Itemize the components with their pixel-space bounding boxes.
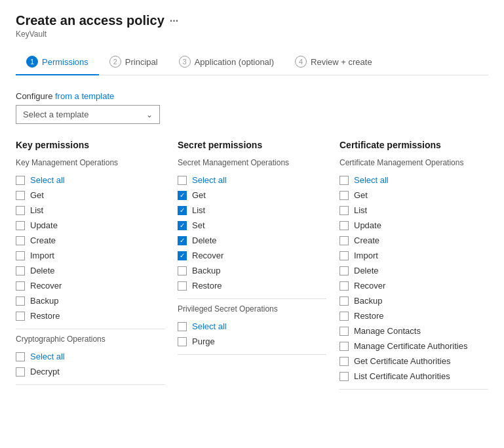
key-import-label[interactable]: Import <box>30 251 54 260</box>
checkbox-key-list[interactable] <box>16 206 25 215</box>
tab-step-4: 4 <box>295 56 307 68</box>
tab-principal-label: Principal <box>125 57 158 67</box>
key-delete-label[interactable]: Delete <box>30 266 55 275</box>
checkbox-secret-backup[interactable] <box>178 266 187 275</box>
cert-mgmt-section-title: Certificate Management Operations <box>339 158 488 167</box>
priv-select-all-label[interactable]: Select all <box>192 321 227 331</box>
checkbox-key-select-all[interactable] <box>16 176 25 185</box>
checkbox-crypto-select-all[interactable] <box>16 352 25 361</box>
list-item: Purge <box>178 334 326 349</box>
checkbox-cert-restore[interactable] <box>339 312 349 321</box>
list-item: Get <box>339 188 488 203</box>
secret-recover-label[interactable]: Recover <box>192 251 223 260</box>
checkbox-cert-manage-ca[interactable] <box>339 342 349 351</box>
checkbox-cert-import[interactable] <box>339 251 349 260</box>
priv-purge-label[interactable]: Purge <box>192 336 215 346</box>
secret-select-all-label[interactable]: Select all <box>192 175 227 185</box>
checkbox-key-backup[interactable] <box>16 296 25 306</box>
cert-backup-label[interactable]: Backup <box>354 296 382 306</box>
wizard-tabs: 1 Permissions 2 Principal 3 Application … <box>16 49 488 75</box>
page-title-row: Create an access policy ··· <box>16 13 488 28</box>
key-update-label[interactable]: Update <box>30 220 58 230</box>
chevron-down-icon: ⌄ <box>146 110 153 119</box>
cert-manage-contacts-label[interactable]: Manage Contacts <box>354 326 421 336</box>
checkbox-secret-list[interactable] <box>178 206 187 215</box>
checkbox-cert-get[interactable] <box>339 191 349 200</box>
checkbox-cert-recover[interactable] <box>339 281 349 291</box>
key-select-all-label[interactable]: Select all <box>30 175 65 185</box>
tab-application-label: Application (optional) <box>195 57 274 67</box>
key-restore-label[interactable]: Restore <box>30 311 60 321</box>
checkbox-key-update[interactable] <box>16 221 25 230</box>
list-item: Manage Certificate Authorities <box>339 338 488 354</box>
crypto-select-all-label[interactable]: Select all <box>30 352 65 361</box>
checkbox-key-get[interactable] <box>16 191 25 200</box>
list-item: Decrypt <box>16 364 165 379</box>
checkbox-secret-delete[interactable] <box>178 236 187 245</box>
key-create-label[interactable]: Create <box>30 235 56 245</box>
checkbox-cert-manage-contacts[interactable] <box>339 327 349 336</box>
cert-restore-label[interactable]: Restore <box>354 311 384 321</box>
key-crypto-list: Select all Decrypt <box>16 349 165 385</box>
key-recover-label[interactable]: Recover <box>30 281 62 291</box>
tab-review[interactable]: 4 Review + create <box>284 49 383 75</box>
checkbox-cert-list-ca[interactable] <box>339 372 349 381</box>
tab-application[interactable]: 3 Application (optional) <box>168 49 284 75</box>
cert-recover-label[interactable]: Recover <box>354 281 385 291</box>
cert-update-label[interactable]: Update <box>354 220 381 230</box>
secret-backup-label[interactable]: Backup <box>192 266 220 275</box>
checkbox-cert-get-ca[interactable] <box>339 357 349 366</box>
checkbox-key-import[interactable] <box>16 251 25 260</box>
page-title-ellipsis[interactable]: ··· <box>170 15 178 27</box>
key-get-label[interactable]: Get <box>30 190 44 200</box>
cert-list-ca-label[interactable]: List Certificate Authorities <box>354 371 450 381</box>
key-backup-label[interactable]: Backup <box>30 296 58 306</box>
secret-list-label[interactable]: List <box>192 205 205 215</box>
secret-permissions-column: Secret permissions Secret Management Ope… <box>178 140 326 395</box>
checkbox-secret-restore[interactable] <box>178 281 187 291</box>
checkbox-cert-create[interactable] <box>339 236 349 245</box>
tab-principal[interactable]: 2 Principal <box>99 49 168 75</box>
cert-manage-ca-label[interactable]: Manage Certificate Authorities <box>354 341 467 351</box>
checkbox-cert-select-all[interactable] <box>339 176 349 185</box>
cert-create-label[interactable]: Create <box>354 235 379 245</box>
secret-delete-label[interactable]: Delete <box>192 235 217 245</box>
checkbox-priv-purge[interactable] <box>178 337 187 346</box>
secret-set-label[interactable]: Set <box>192 220 205 230</box>
list-item: Backup <box>178 263 326 278</box>
cert-import-label[interactable]: Import <box>354 251 378 260</box>
cert-get-label[interactable]: Get <box>354 190 368 200</box>
secret-get-label[interactable]: Get <box>192 190 206 200</box>
list-item: Manage Contacts <box>339 323 488 338</box>
certificate-permissions-column: Certificate permissions Certificate Mana… <box>339 140 488 395</box>
template-dropdown[interactable]: Select a template ⌄ <box>16 105 160 124</box>
checkbox-key-delete[interactable] <box>16 266 25 275</box>
secret-restore-label[interactable]: Restore <box>192 281 222 291</box>
checkbox-cert-update[interactable] <box>339 221 349 230</box>
checkbox-cert-list[interactable] <box>339 206 349 215</box>
key-list-label[interactable]: List <box>30 205 43 215</box>
cert-get-ca-label[interactable]: Get Certificate Authorities <box>354 356 450 366</box>
cert-delete-label[interactable]: Delete <box>354 266 379 275</box>
checkbox-cert-backup[interactable] <box>339 296 349 306</box>
tab-permissions[interactable]: 1 Permissions <box>16 49 99 75</box>
list-item: Import <box>339 248 488 263</box>
checkbox-crypto-decrypt[interactable] <box>16 367 25 377</box>
checkbox-key-restore[interactable] <box>16 312 25 321</box>
checkbox-secret-get[interactable] <box>178 191 187 200</box>
list-item: List <box>16 203 165 218</box>
list-item: Delete <box>16 263 165 278</box>
checkbox-secret-recover[interactable] <box>178 251 187 260</box>
cert-select-all-label[interactable]: Select all <box>354 175 389 185</box>
checkbox-key-recover[interactable] <box>16 281 25 291</box>
template-link[interactable]: from a template <box>55 91 114 101</box>
checkbox-secret-select-all[interactable] <box>178 176 187 185</box>
key-mgmt-section-title: Key Management Operations <box>16 158 165 167</box>
checkbox-cert-delete[interactable] <box>339 266 349 275</box>
checkbox-priv-select-all[interactable] <box>178 322 187 331</box>
key-crypto-section-title: Cryptographic Operations <box>16 335 165 344</box>
checkbox-key-create[interactable] <box>16 236 25 245</box>
checkbox-secret-set[interactable] <box>178 221 187 230</box>
crypto-decrypt-label[interactable]: Decrypt <box>30 367 60 377</box>
cert-list-label[interactable]: List <box>354 205 367 215</box>
